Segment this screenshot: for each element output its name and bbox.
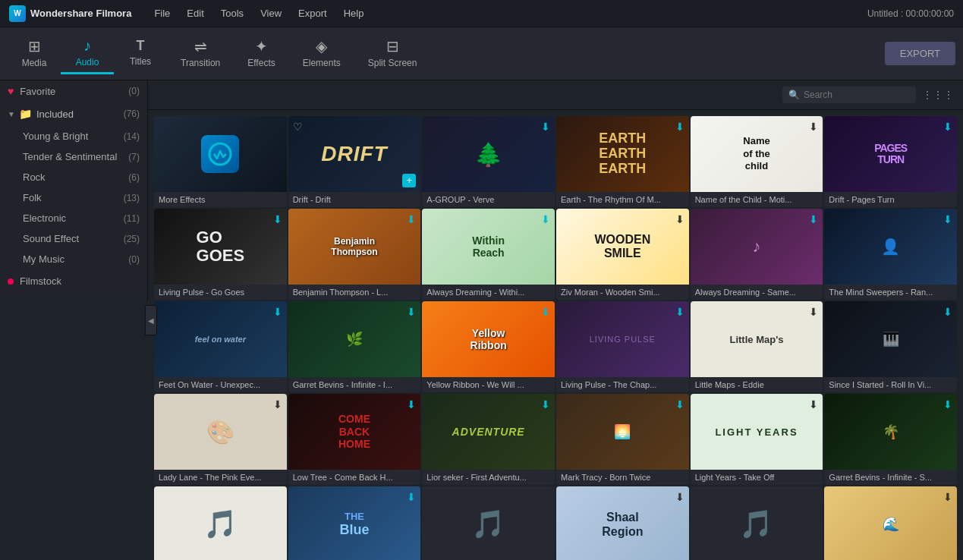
download-icon: ⬇ [809,306,818,318]
download-icon: ⬇ [407,398,416,411]
grid-item-wooden[interactable]: ⬇ WOODENSMILE Ziv Moran - Wooden Smi... [556,209,689,300]
toolbar-audio[interactable]: ♪ Audio [61,33,114,74]
sidebar-item-electronic[interactable]: Electronic (11) [0,208,147,228]
grid-item-within[interactable]: ⬇ WithinReach Always Dreaming - Withi... [422,209,555,300]
sidebar-item-favorite[interactable]: ♥ Favorite (0) [0,80,147,102]
mymusic-count: (0) [128,254,140,265]
grid-item-randoms[interactable]: ⬇ 👤 The Mind Sweepers - Ran... [824,209,957,300]
grid-item-label: Always Dreaming - Withi... [422,285,555,300]
grid-item-lior[interactable]: ⬇ Adventure Lior seker - First Adventu..… [422,394,555,485]
search-input[interactable] [804,90,910,100]
elements-label: Elements [303,58,341,68]
grid-item-since-started[interactable]: ⬇ 🎹 Since I Started - Roll In Vi... [824,301,957,392]
grid-item-light-years[interactable]: ⬇ LIGHT YEARS Light Years - Take Off [691,394,823,485]
download-icon: ⬇ [943,306,952,318]
grid-item-sand[interactable]: ⬇ 🌊 Sand - Takes Me To the L... [824,486,957,560]
filmstock-dot-icon [8,278,14,285]
grid-item-living-chap[interactable]: ⬇ LIVING PULSE Living Pulse - The Chap..… [556,301,689,392]
grid-item-feelwater[interactable]: ⬇ feel on water Feet On Water - Unexpec.… [154,301,287,392]
grid-item-lady-lane[interactable]: ⬇ 🎨 Lady Lane - The Pink Eve... [154,394,287,485]
rock-label: Rock [23,171,46,183]
young-bright-count: (14) [124,131,140,142]
splitscreen-label: Split Screen [368,58,417,68]
grid-item-pages-turn[interactable]: ⬇ PAGESTURN Drift - Pages Turn [824,116,957,207]
toolbar-media[interactable]: ⊞ Media [8,33,61,75]
toolbar-titles[interactable]: T Titles [114,33,167,74]
toolbar-transition[interactable]: ⇌ Transition [167,33,234,75]
grid-item-label: Living Pulse - The Chap... [556,377,689,392]
download-icon: ⬇ [943,491,952,503]
menu-edit[interactable]: Edit [179,5,211,22]
toolbar-elements[interactable]: ◈ Elements [289,33,354,75]
grid-item-mark-tracy[interactable]: ⬇ 🌅 Mark Tracy - Born Twice [556,394,689,485]
grid-item-benjamin[interactable]: ⬇ BenjaminThompson Benjamin Thompson - L… [288,209,421,300]
folder-icon: 📁 [19,108,32,120]
download-icon: ⬇ [541,121,550,133]
grid-item-label: Earth - The Rhythm Of M... [556,192,689,207]
sidebar-section-included[interactable]: ▼ 📁 Included (76) [0,102,147,126]
menu-help[interactable]: Help [336,5,372,22]
menu-export[interactable]: Export [291,5,335,22]
download-icon: ⬇ [675,121,684,133]
app-name: Wondershare Filmora [30,8,131,19]
download-icon: ⬇ [675,398,684,411]
export-button[interactable]: EXPORT [885,42,955,65]
grid-item-label: Living Pulse - Go Goes [154,285,287,300]
ws-logo [201,135,239,173]
menu-file[interactable]: File [146,5,178,22]
grid-item-little-maps-out[interactable]: ⬇ THEBlue Little Maps - Out The Blue [288,486,421,560]
mymusic-label: My Music [23,253,65,265]
grid-item-atomic[interactable]: 🎵 Atomic Bomb [154,486,287,560]
toolbar-effects[interactable]: ✦ Effects [234,33,288,75]
sidebar-item-rock[interactable]: Rock (6) [0,167,147,187]
grid-item-same[interactable]: ⬇ ♪ Always Dreaming - Same... [691,209,823,300]
sidebar-collapse-button[interactable]: ◀ [145,305,157,335]
menu-view[interactable]: View [253,5,289,22]
sidebar-item-mymusic[interactable]: My Music (0) [0,249,147,269]
grid-item-label: Drift - Drift [288,192,421,207]
grid-item-label: Little Maps - Eddie [691,377,823,392]
grid-item-garret[interactable]: ⬇ 🌿 Garret Bevins - Infinite - I... [288,301,421,392]
download-icon: ⬇ [943,121,952,133]
elements-icon: ◈ [316,37,327,55]
grid-item-earth[interactable]: ⬇ EARTH EARTH EARTH Earth - The Rhythm O… [556,116,689,207]
app-logo: W Wondershare Filmora [9,5,131,22]
grid-item-yellow[interactable]: ⬇ YellowRibbon Yellow Ribbon - We Will .… [422,301,555,392]
sidebar-item-filmstock[interactable]: Filmstock [0,269,147,293]
sidebar-item-soundeffect[interactable]: Sound Effect (25) [0,228,147,249]
grid-item-name[interactable]: ⬇ Nameof thechild Name of the Child - Mo… [691,116,823,207]
grid-item-label: Garret Bevins - Infinite - S... [824,470,957,485]
sidebar-item-folk[interactable]: Folk (13) [0,187,147,208]
content-header: 🔍 ⋮⋮⋮ [148,80,963,110]
effects-icon: ✦ [255,37,268,55]
grid-item-label: Drift - Pages Turn [824,192,957,207]
grid-item-transition-swoosh[interactable]: 🎵 Transition Swoosh [422,486,555,560]
folk-label: Folk [23,192,42,203]
grid-item-shaal[interactable]: ⬇ ShaalRegion Low Tree - Shaal Region [556,486,689,560]
add-badge-icon: + [402,174,416,187]
grid-item-cinematic-horn[interactable]: 🎵 Cinematic Horn [691,486,823,560]
sidebar-item-tender[interactable]: Tender & Sentimental (7) [0,146,147,167]
grid-item-garret2[interactable]: ⬇ 🌴 Garret Bevins - Infinite - S... [824,394,957,485]
titles-icon: T [137,38,145,54]
toolbar-splitscreen[interactable]: ⊟ Split Screen [354,33,431,75]
main-content: ♥ Favorite (0) ▼ 📁 Included (76) Young &… [0,80,963,560]
splitscreen-icon: ⊟ [386,37,399,55]
menu-tools[interactable]: Tools [213,5,251,22]
media-icon: ⊞ [28,37,41,55]
sidebar-item-young-bright[interactable]: Young & Bright (14) [0,126,147,146]
download-icon: ⬇ [541,306,550,318]
grid-item-little-maps-eddie[interactable]: ⬇ Little Map's Little Maps - Eddie [691,301,823,392]
young-bright-label: Young & Bright [23,131,88,142]
grid-item-drift[interactable]: ♡ DRIFT + Drift - Drift [288,116,421,207]
grid-item-low-tree-back[interactable]: ⬇ COMEBACKHOME Low Tree - Come Back H... [288,394,421,485]
grid-item-label: Lior seker - First Adventu... [422,470,555,485]
grid-item-go-goes[interactable]: ⬇ GOGOES Living Pulse - Go Goes [154,209,287,300]
grid-item-more-effects[interactable]: More Effects [154,116,287,207]
grid-item-label: Since I Started - Roll In Vi... [824,377,957,392]
grid-item-label: A-GROUP - Verve [422,192,555,207]
download-icon: ⬇ [541,398,550,411]
grid-view-icon[interactable]: ⋮⋮⋮ [922,89,954,101]
grid-item-agroup[interactable]: ⬇ 🌲 A-GROUP - Verve [422,116,555,207]
electronic-label: Electronic [23,212,66,224]
